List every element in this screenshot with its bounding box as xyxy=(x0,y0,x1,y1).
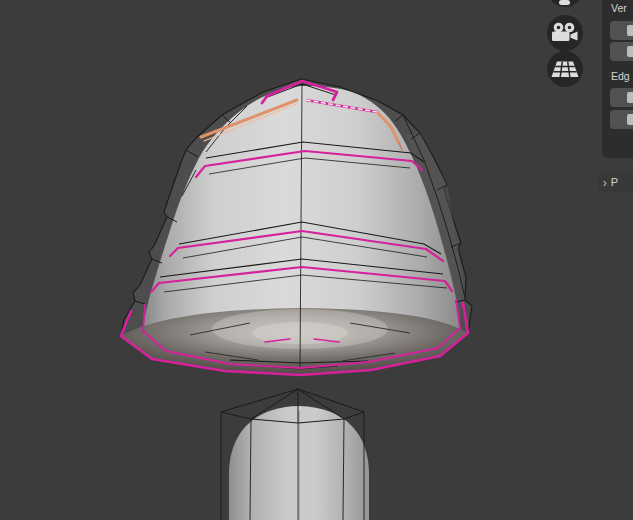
gizmo-camera-button[interactable] xyxy=(547,15,583,51)
edge-button-2[interactable] xyxy=(610,110,633,129)
dome-mesh[interactable] xyxy=(121,79,472,375)
vertex-button-2[interactable] xyxy=(610,42,633,61)
chevron-right-icon: › xyxy=(603,175,607,189)
vertex-button-1[interactable] xyxy=(610,21,633,40)
sidebar-panel: Ver Edg xyxy=(602,0,633,158)
edge-section-label: Edg xyxy=(611,70,630,82)
truncated-button-icon xyxy=(627,92,633,103)
capsule-mesh[interactable] xyxy=(221,389,369,520)
vertex-section-label: Ver xyxy=(611,2,627,14)
gizmo-grid-button[interactable] xyxy=(547,51,583,87)
scene-canvas[interactable] xyxy=(0,0,633,520)
partial-glyph xyxy=(559,0,570,5)
truncated-button-icon xyxy=(627,114,633,125)
collapsed-panel-label: P xyxy=(611,176,618,188)
viewport-3d[interactable]: Ver Edg › P xyxy=(0,0,633,520)
collapsed-panel-header[interactable]: › P xyxy=(598,172,633,192)
truncated-button-icon xyxy=(627,46,633,57)
edge-button-1[interactable] xyxy=(610,88,633,107)
gizmo-partial-button[interactable] xyxy=(547,0,583,7)
truncated-button-icon xyxy=(627,25,633,36)
